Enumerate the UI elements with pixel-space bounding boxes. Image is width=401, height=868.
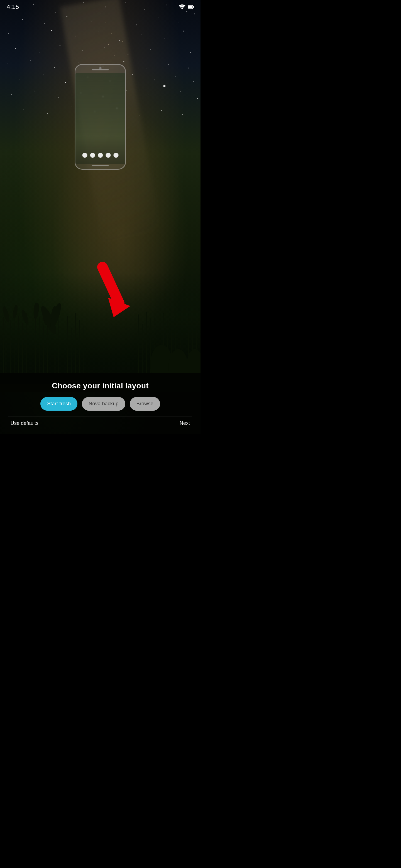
svg-point-14	[136, 25, 137, 25]
svg-point-36	[7, 63, 7, 64]
svg-point-29	[60, 45, 60, 46]
svg-point-71	[161, 110, 162, 111]
svg-point-62	[149, 95, 149, 95]
bottom-section: Choose your initial layout Start fresh N…	[0, 373, 200, 434]
svg-point-52	[175, 76, 175, 76]
svg-point-74	[106, 22, 106, 23]
svg-point-76	[108, 44, 109, 45]
svg-point-43	[168, 64, 169, 65]
svg-point-22	[98, 32, 99, 32]
svg-point-28	[39, 53, 39, 53]
nova-backup-button[interactable]: Nova backup	[82, 397, 125, 411]
svg-point-10	[44, 23, 45, 24]
dot-5	[113, 153, 118, 158]
svg-point-12	[92, 22, 92, 22]
svg-point-23	[119, 40, 120, 41]
wifi-icon	[179, 4, 185, 9]
svg-point-25	[164, 38, 164, 39]
svg-point-66	[47, 113, 48, 114]
svg-point-21	[75, 36, 76, 36]
svg-point-37	[31, 60, 31, 61]
svg-point-41	[123, 61, 124, 62]
svg-point-33	[150, 49, 151, 50]
dot-4	[106, 153, 111, 158]
svg-point-27	[15, 49, 16, 49]
svg-point-35	[190, 52, 191, 53]
svg-point-15	[159, 18, 159, 18]
svg-point-19	[28, 39, 28, 39]
svg-point-51	[154, 80, 155, 80]
svg-point-70	[139, 115, 140, 116]
choose-layout-title: Choose your initial layout	[8, 381, 192, 390]
svg-point-11	[66, 16, 67, 17]
svg-point-72	[182, 114, 183, 115]
dot-3	[98, 153, 103, 158]
svg-point-58	[58, 97, 59, 98]
status-bar: 4:15	[0, 0, 200, 14]
svg-point-75	[111, 33, 112, 34]
phone-screen	[76, 73, 125, 164]
svg-point-65	[24, 109, 24, 110]
phone-screen-bg	[76, 73, 125, 164]
svg-point-9	[22, 19, 23, 20]
red-arrow-indicator	[91, 261, 136, 324]
svg-rect-133	[193, 6, 194, 8]
svg-point-94	[20, 309, 30, 325]
svg-point-55	[163, 85, 166, 87]
next-button[interactable]: Next	[180, 421, 190, 426]
svg-point-50	[132, 74, 133, 75]
svg-rect-132	[188, 6, 192, 8]
use-defaults-button[interactable]: Use defaults	[10, 421, 38, 426]
svg-point-13	[117, 15, 117, 16]
battery-icon	[188, 5, 194, 9]
svg-point-34	[171, 45, 171, 45]
svg-point-67	[71, 106, 71, 107]
svg-point-56	[11, 94, 12, 95]
svg-point-31	[104, 47, 105, 48]
svg-point-53	[193, 82, 194, 82]
svg-point-57	[34, 91, 35, 92]
svg-point-81	[122, 41, 122, 42]
phone-pagination-dots	[82, 153, 118, 158]
dot-1	[82, 153, 87, 158]
svg-point-77	[114, 55, 114, 56]
svg-point-47	[65, 82, 66, 83]
svg-point-39	[78, 62, 78, 63]
svg-point-44	[188, 68, 189, 68]
svg-point-42	[146, 68, 146, 69]
phone-mockup-container	[75, 64, 126, 170]
svg-line-134	[103, 267, 119, 303]
dot-2	[90, 153, 95, 158]
svg-point-30	[82, 50, 82, 51]
svg-point-46	[43, 74, 44, 75]
footer-navigation: Use defaults Next	[8, 416, 192, 428]
svg-point-16	[178, 22, 178, 23]
svg-point-24	[142, 34, 142, 35]
svg-point-20	[51, 30, 52, 31]
svg-point-95	[33, 303, 39, 319]
status-icons	[179, 4, 194, 9]
svg-point-63	[180, 91, 181, 92]
action-buttons-container: Start fresh Nova backup Browse	[8, 397, 192, 411]
svg-point-80	[117, 28, 117, 28]
phone-camera	[99, 67, 102, 69]
svg-point-93	[12, 304, 18, 319]
svg-point-18	[8, 33, 9, 34]
phone-home-bar	[92, 165, 109, 166]
browse-button[interactable]: Browse	[130, 397, 160, 411]
svg-point-61	[126, 90, 127, 90]
svg-point-26	[183, 31, 184, 31]
svg-point-64	[197, 98, 198, 99]
time-display: 4:15	[7, 3, 19, 10]
svg-point-38	[54, 67, 55, 68]
start-fresh-button[interactable]: Start fresh	[40, 397, 78, 411]
phone-mockup	[75, 64, 126, 170]
svg-point-45	[20, 79, 20, 79]
svg-point-32	[127, 54, 128, 55]
